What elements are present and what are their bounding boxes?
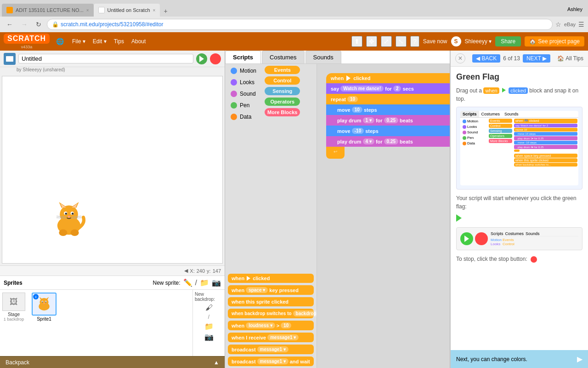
repeat-end-cap[interactable]: ↩ — [326, 147, 345, 159]
say-block[interactable]: say Watch me dance! for 2 secs — [326, 83, 450, 94]
cat-looks[interactable]: Looks — [227, 77, 260, 87]
tab-adit[interactable]: ADIT 135101 LECTURE NO... × — [2, 4, 94, 17]
paintbrush-icon[interactable]: ✏️ — [183, 278, 192, 287]
stage-thumbnail[interactable]: 🖼 Stage 1 backdrop — [0, 290, 28, 356]
block-broadcast-wait[interactable]: broadcast message1 ▾ and wait — [228, 356, 314, 366]
all-tips-link[interactable]: 🏠 All Tips — [557, 55, 583, 62]
block-when-key-pressed[interactable]: when space ▾ key pressed — [228, 285, 314, 295]
block-broadcast[interactable]: broadcast message1 ▾ — [228, 345, 314, 354]
shrink-icon[interactable]: ⤡ — [396, 36, 407, 47]
address-bar[interactable]: 🔒 — [47, 19, 553, 30]
home-icon: 🏠 — [557, 55, 564, 62]
operators-header[interactable]: Operators — [265, 98, 300, 106]
tips-banner-text: Next, you can change colors. — [456, 356, 527, 362]
sprite-item-1[interactable]: i Sp — [30, 293, 58, 322]
move1-block[interactable]: move 10 steps — [326, 104, 450, 115]
block-when-sprite-clicked[interactable]: when this sprite clicked — [228, 297, 314, 306]
svg-point-10 — [68, 216, 70, 218]
upload-sprite-icon[interactable]: 📁 — [200, 278, 209, 287]
new-tab-button[interactable]: + — [160, 6, 171, 17]
hat-block-when-clicked[interactable]: when clicked — [326, 73, 450, 83]
drum1-num-input[interactable]: 1 ▾ — [363, 117, 374, 123]
globe-icon[interactable]: 🌐 — [53, 37, 67, 46]
move-icon[interactable]: ✥ — [366, 36, 377, 47]
scratch-logo[interactable]: SCRATCH v433a — [4, 34, 50, 49]
events-header[interactable]: Events — [265, 66, 300, 74]
banner-arrow-icon: ▶ — [577, 355, 582, 363]
block-when-backdrop-switches[interactable]: when backdrop switches to backdrop — [228, 309, 314, 318]
green-flag-button[interactable] — [196, 53, 207, 64]
moreblocks-header[interactable]: More Blocks — [265, 108, 300, 116]
menu-about[interactable]: About — [130, 37, 147, 46]
tab-costumes[interactable]: Costumes — [262, 51, 305, 63]
drum1-beats-input[interactable]: 0.25 — [384, 117, 398, 123]
url-input[interactable] — [61, 21, 548, 28]
cat-sound[interactable]: Sound — [227, 89, 260, 99]
see-project-button[interactable]: 🏠 See project page — [525, 36, 584, 46]
tips-text2: Your script will start whenever you clic… — [456, 194, 582, 211]
tips-content: Green Flag Drag out a when clicked block… — [451, 67, 588, 350]
block-when-i-receive[interactable]: when I receive message1 ▾ — [228, 333, 314, 342]
refresh-button[interactable]: ↻ — [33, 20, 44, 29]
project-name-input[interactable] — [18, 54, 193, 63]
save-now-button[interactable]: Save now — [423, 38, 447, 45]
share-button[interactable]: Share — [495, 36, 521, 46]
tab-scripts[interactable]: Scripts — [225, 51, 261, 63]
tips-close-button[interactable]: × — [455, 53, 465, 63]
back-button[interactable]: ← — [4, 20, 16, 29]
camera-sprite-icon[interactable]: 📷 — [212, 278, 221, 287]
cat-motion[interactable]: Motion — [227, 66, 260, 76]
mini-tab-costumes[interactable]: Costumes — [479, 111, 503, 117]
y-label: y: — [207, 268, 211, 274]
tips-next-button[interactable]: NEXT ▶ — [523, 54, 550, 63]
sensing-header[interactable]: Sensing — [265, 87, 300, 95]
tab-close-scratch[interactable]: × — [153, 8, 156, 13]
broadcast-wait-input[interactable]: message1 ▾ — [257, 358, 288, 364]
sprites-content: 🖼 Stage 1 backdrop i — [0, 290, 225, 356]
loudness-input[interactable]: loudness ▾ — [246, 322, 275, 328]
mini-tab-scripts[interactable]: Scripts — [460, 111, 479, 117]
tips-bottom-banner[interactable]: Next, you can change colors. ▶ — [451, 350, 588, 368]
tab-scratch[interactable]: Untitled on Scratch × — [94, 4, 160, 17]
tab-close-adit[interactable]: × — [86, 8, 89, 13]
say-text-input[interactable]: Watch me dance! — [340, 86, 384, 92]
menu-tips[interactable]: Tips — [112, 37, 126, 46]
say-secs-input[interactable]: 2 — [393, 86, 401, 92]
block-when-clicked[interactable]: when clicked — [228, 274, 314, 283]
loudness-val[interactable]: 10 — [281, 322, 291, 328]
drum2-beats-input[interactable]: 0.25 — [384, 138, 398, 144]
move2-steps-input[interactable]: -10 — [352, 128, 364, 134]
upload-backdrop-icon[interactable]: 📁 — [204, 322, 214, 331]
cat-data[interactable]: Data — [227, 112, 260, 122]
move2-block[interactable]: move -10 steps — [326, 126, 450, 136]
repeat-input[interactable]: 10 — [347, 96, 358, 102]
move1-steps-input[interactable]: 10 — [352, 107, 362, 113]
upload-icon[interactable]: ⬆ — [351, 36, 362, 47]
drum1-block[interactable]: play drum 1 ▾ for 0.25 beats — [326, 115, 450, 126]
tips-back-button[interactable]: ◀ BACK — [472, 54, 500, 63]
tab-sounds[interactable]: Sounds — [305, 51, 341, 63]
camera-backdrop-icon[interactable]: 📷 — [204, 333, 214, 341]
receive-input[interactable]: message1 ▾ — [267, 334, 299, 340]
key-input[interactable]: space ▾ — [246, 287, 268, 293]
menu-edit[interactable]: Edit ▾ — [91, 37, 108, 46]
ebay-icon[interactable]: eBay — [564, 22, 576, 27]
menu-icon[interactable]: ☰ — [578, 21, 584, 28]
forward-button[interactable]: → — [18, 20, 30, 29]
drum2-num-input[interactable]: 4 ▾ — [363, 138, 374, 144]
broadcast-input[interactable]: message1 ▾ — [257, 346, 288, 352]
repeat-block[interactable]: repeat 10 — [326, 94, 450, 104]
backdrop-input[interactable]: backdrop — [293, 310, 317, 316]
stop-button[interactable] — [210, 53, 221, 64]
star-icon[interactable]: ☆ — [555, 21, 561, 28]
menu-file[interactable]: File ▾ — [70, 37, 87, 46]
expand-icon[interactable]: ⤢ — [381, 36, 392, 47]
drum2-block[interactable]: play drum 4 ▾ for 0.25 beats — [326, 136, 450, 147]
backpack-bar[interactable]: Backpack ▲ — [0, 356, 225, 368]
cat-pen[interactable]: Pen — [227, 100, 260, 110]
help-icon[interactable]: ? — [410, 36, 419, 47]
block-when-loudness[interactable]: when loudness ▾ > 10 — [228, 321, 314, 330]
control-header[interactable]: Control — [265, 76, 300, 85]
paintbrush-backdrop-icon[interactable]: 🖌 — [205, 304, 213, 312]
mini-tab-sounds[interactable]: Sounds — [502, 111, 521, 117]
